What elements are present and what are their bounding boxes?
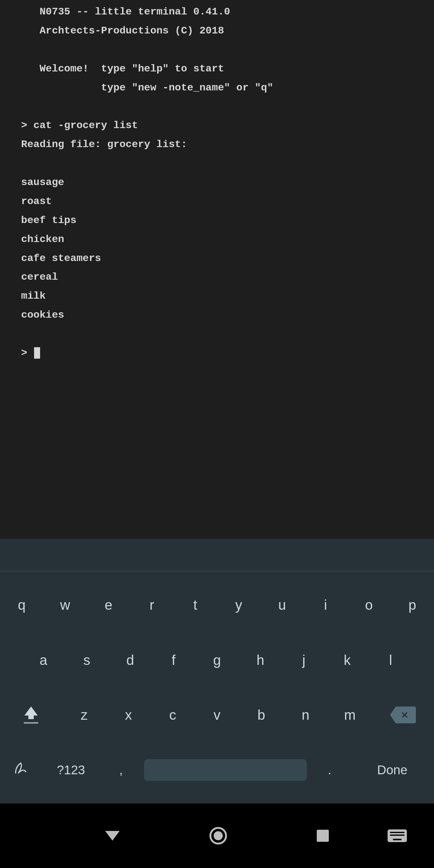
key-z[interactable]: z xyxy=(62,692,106,738)
keyboard-suggestion-bar[interactable] xyxy=(0,539,434,571)
key-comma[interactable]: , xyxy=(100,747,142,793)
terminal-cursor xyxy=(34,347,40,359)
key-f[interactable]: f xyxy=(152,638,195,683)
terminal-command: > cat -grocery list xyxy=(21,120,138,131)
terminal-item: cafe steamers xyxy=(21,253,101,264)
key-v[interactable]: v xyxy=(195,692,239,738)
key-n[interactable]: n xyxy=(283,692,328,738)
keyboard-row-3: z x c v b n m ✕ xyxy=(0,689,434,741)
terminal-reading-line: Reading file: grocery list: xyxy=(21,138,187,150)
key-emoji[interactable] xyxy=(0,747,41,793)
key-u[interactable]: u xyxy=(260,582,304,627)
terminal-item: cookies xyxy=(21,309,64,321)
terminal-item: cereal xyxy=(21,271,58,283)
key-l[interactable]: l xyxy=(369,638,412,683)
terminal-item: chicken xyxy=(21,234,64,245)
key-space[interactable] xyxy=(142,747,309,793)
key-j[interactable]: j xyxy=(282,638,326,683)
keyboard-row-1: q w e r t y u i o p xyxy=(0,579,434,630)
terminal-item: sausage xyxy=(21,177,64,188)
key-done[interactable]: Done xyxy=(350,747,434,793)
terminal-item: beef tips xyxy=(21,215,76,226)
key-r[interactable]: r xyxy=(130,582,174,627)
terminal-header-line1: N0735 -- little terminal 0.41.0 xyxy=(21,6,230,18)
key-w[interactable]: w xyxy=(43,582,87,627)
key-c[interactable]: c xyxy=(151,692,195,738)
key-e[interactable]: e xyxy=(87,582,130,627)
key-d[interactable]: d xyxy=(108,638,152,683)
key-backspace[interactable]: ✕ xyxy=(372,692,434,738)
keyboard-row-2: a s d f g h j k l xyxy=(0,634,434,686)
key-shift[interactable] xyxy=(0,692,62,738)
android-nav-bar xyxy=(0,804,434,868)
spacebar-icon xyxy=(144,759,307,781)
key-m[interactable]: m xyxy=(328,692,372,738)
key-o[interactable]: o xyxy=(347,582,391,627)
terminal-header-line2: Archtects-Productions (C) 2018 xyxy=(21,25,224,36)
key-p[interactable]: p xyxy=(391,582,434,627)
key-a[interactable]: a xyxy=(22,638,65,683)
key-k[interactable]: k xyxy=(326,638,369,683)
terminal-item: milk xyxy=(21,290,46,302)
key-period[interactable]: . xyxy=(309,747,350,793)
shift-icon xyxy=(24,707,38,724)
key-s[interactable]: s xyxy=(65,638,108,683)
key-h[interactable]: h xyxy=(239,638,282,683)
soft-keyboard: q w e r t y u i o p a s d f g h j k l z … xyxy=(0,571,434,804)
nav-recent-icon[interactable] xyxy=(317,830,329,842)
key-g[interactable]: g xyxy=(195,638,239,683)
key-i[interactable]: i xyxy=(304,582,347,627)
key-b[interactable]: b xyxy=(239,692,283,738)
terminal-welcome-line2: type "new -note_name" or "q" xyxy=(21,82,273,93)
terminal-welcome-line1: Welcome! type "help" to start xyxy=(21,63,224,74)
keyboard-row-4: ?123 , . Done xyxy=(0,744,434,796)
nav-back-icon[interactable] xyxy=(105,831,120,841)
nav-home-icon[interactable] xyxy=(210,827,227,844)
terminal-output[interactable]: N0735 -- little terminal 0.41.0 Archtect… xyxy=(0,0,434,539)
key-q[interactable]: q xyxy=(0,582,43,627)
key-x[interactable]: x xyxy=(106,692,151,738)
emoji-icon xyxy=(13,761,29,779)
backspace-icon: ✕ xyxy=(390,707,416,723)
terminal-item: roast xyxy=(21,195,52,207)
key-y[interactable]: y xyxy=(217,582,260,627)
key-symbols[interactable]: ?123 xyxy=(41,747,100,793)
terminal-prompt: > xyxy=(21,347,33,359)
nav-keyboard-icon[interactable] xyxy=(388,830,407,842)
key-t[interactable]: t xyxy=(174,582,217,627)
